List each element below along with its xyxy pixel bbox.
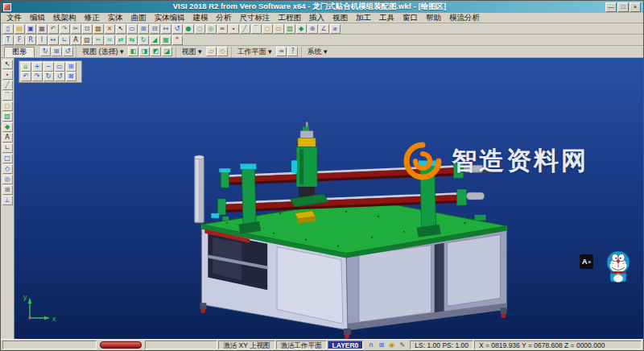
section-view-icon[interactable]: ◪ <box>162 47 172 56</box>
shaded-view-icon[interactable]: ● <box>184 24 194 34</box>
zoom-box-icon[interactable]: ▭ <box>55 62 65 72</box>
viewport[interactable]: ↖∙╱⌒○▧◆A∟□◇◎⊞⊥ ⌂+−▭⊞↶↷↻↺⊠ 智造资料网 x y Aa <box>1 58 643 339</box>
distance-icon[interactable]: ↔ <box>48 35 59 45</box>
menu-item[interactable]: 线架构 <box>49 13 80 23</box>
snap-center-icon[interactable]: ◎ <box>2 175 13 184</box>
mirror-icon[interactable]: ⇄ <box>116 35 126 45</box>
zoom-all-icon[interactable]: ⊞ <box>52 47 62 56</box>
point-icon[interactable]: ∙ <box>229 24 239 34</box>
filter-dimension-icon[interactable]: ∟ <box>2 143 13 153</box>
next-view-icon[interactable]: ↷ <box>32 72 43 81</box>
transparent-mode-icon[interactable]: ◩ <box>151 47 161 56</box>
open-file-icon[interactable]: ▤ <box>14 24 25 34</box>
front-view-icon[interactable]: F <box>14 35 25 45</box>
snap-perpendicular-icon[interactable]: ⊥ <box>2 196 13 205</box>
top-view-icon[interactable]: T <box>3 35 14 45</box>
fit-view-icon[interactable]: ⊠ <box>66 72 76 81</box>
filter-circle-icon[interactable]: ○ <box>2 101 13 111</box>
menu-item[interactable]: 建模 <box>189 13 213 23</box>
move-icon[interactable]: ⇆ <box>127 35 138 45</box>
rotate-icon[interactable]: ↻ <box>138 35 149 45</box>
menu-item[interactable]: 视图 <box>328 13 352 23</box>
snap-grid-icon[interactable]: ⊞ <box>2 185 13 195</box>
spin-view-icon[interactable]: ↺ <box>55 72 65 81</box>
filter-line-icon[interactable]: ╱ <box>2 81 13 90</box>
group-view-select[interactable]: 视图 (选择) ▾ <box>76 47 128 57</box>
wireframe-mode-icon[interactable]: ◨ <box>139 47 150 56</box>
zoom-out-icon[interactable]: − <box>43 62 54 72</box>
filter-arc-icon[interactable]: ⌒ <box>2 91 13 101</box>
wireframe-view-icon[interactable]: ○ <box>195 24 205 34</box>
zoom-fit-icon[interactable]: ⊞ <box>138 24 149 34</box>
snap-mid-icon[interactable]: ◇ <box>2 164 13 174</box>
snap-end-icon[interactable]: □ <box>2 154 13 163</box>
redraw-view-icon[interactable]: ↻ <box>43 72 54 81</box>
offset-icon[interactable]: ≈ <box>105 35 115 45</box>
right-view-icon[interactable]: R <box>26 35 36 45</box>
group-system[interactable]: 系统 ▾ <box>301 47 332 57</box>
dynamic-view-icon[interactable]: ↺ <box>63 47 73 56</box>
active-view-label[interactable]: 激活 XY 上视图 <box>218 341 275 349</box>
zoom-previous-icon[interactable]: ⊟ <box>150 24 160 34</box>
menu-item[interactable]: 编辑 <box>26 13 49 23</box>
line-icon[interactable]: ╱ <box>240 24 250 34</box>
machine-model[interactable] <box>1 58 643 339</box>
wcs-icon[interactable]: ⌂ <box>21 62 31 72</box>
boolean-icon[interactable]: ⊕ <box>308 24 318 34</box>
filter-surface-icon[interactable]: ▧ <box>2 112 13 122</box>
redo-icon[interactable]: ↷ <box>60 24 70 34</box>
array-icon[interactable]: ▦ <box>161 35 171 45</box>
workplane-icon[interactable]: ▱ <box>206 47 217 56</box>
menu-item[interactable]: 分析 <box>213 13 236 23</box>
active-workplane-label[interactable]: 激活工作平面 <box>276 341 327 349</box>
redraw-icon[interactable]: ↻ <box>40 47 51 56</box>
layer-indicator[interactable]: LAYER0 <box>328 341 364 349</box>
menu-item[interactable]: 窗口 <box>398 13 422 23</box>
save-icon[interactable]: ▣ <box>26 24 36 34</box>
menu-item[interactable]: 帮助 <box>422 13 445 23</box>
group-workplane[interactable]: 工作平面 ▾ <box>231 47 276 57</box>
iso-view-icon[interactable]: I <box>37 35 47 45</box>
menu-item[interactable]: 尺寸标注 <box>236 13 275 23</box>
menu-item[interactable]: 文件 <box>2 13 26 23</box>
menu-item[interactable]: 曲面 <box>127 13 151 23</box>
maximize-button[interactable]: □ <box>617 2 629 12</box>
zoom-in-icon[interactable]: + <box>32 62 43 72</box>
selection-arrow-icon[interactable]: ↖ <box>2 60 13 69</box>
layers-icon[interactable]: ≡ <box>217 24 228 34</box>
menu-item[interactable]: 模流分析 <box>445 13 484 23</box>
tab-graphics[interactable]: 图形 <box>4 47 35 57</box>
menu-item[interactable]: 实体编辑 <box>151 13 189 23</box>
menu-item[interactable]: 实体 <box>104 13 127 23</box>
stop-button[interactable] <box>100 341 142 349</box>
copy-icon[interactable]: ⊡ <box>82 24 93 34</box>
minimize-button[interactable]: — <box>605 2 617 12</box>
cut-icon[interactable]: ✂ <box>71 24 81 34</box>
zoom-extents-icon[interactable]: ⊞ <box>66 62 76 72</box>
rotate-view-icon[interactable]: ↺ <box>172 24 183 34</box>
solid-icon[interactable]: ◆ <box>296 24 307 34</box>
zoom-window-icon[interactable]: ▭ <box>127 24 138 34</box>
rectangle-icon[interactable]: ▭ <box>274 24 284 34</box>
layer-visibility-icon[interactable]: ◉ <box>387 341 397 349</box>
filter-solid-icon[interactable]: ◆ <box>2 122 13 132</box>
measure-icon[interactable]: ⌀ <box>330 24 341 34</box>
menu-item[interactable]: 工程图 <box>275 13 306 23</box>
shading-icon[interactable]: ◧ <box>128 47 138 56</box>
filter-text-icon[interactable]: A <box>2 133 13 142</box>
angle-dimension-icon[interactable]: ∟ <box>60 35 70 45</box>
pan-icon[interactable]: ↔ <box>161 24 171 34</box>
layer-edit-icon[interactable]: ✎ <box>398 341 407 349</box>
group-view[interactable]: 视图 ▾ <box>175 47 206 57</box>
arc-icon[interactable]: ⌒ <box>251 24 262 34</box>
snap-status-icon[interactable]: ∩ <box>366 341 376 349</box>
text-icon[interactable]: A <box>71 35 81 45</box>
scale-icon[interactable]: ◢ <box>150 35 160 45</box>
hidden-line-icon[interactable]: ◎ <box>206 24 217 34</box>
print-icon[interactable]: ▦ <box>37 24 47 34</box>
paste-icon[interactable]: ▩ <box>93 24 104 34</box>
menu-item[interactable]: 工具 <box>375 13 398 23</box>
surface-icon[interactable]: ▧ <box>285 24 295 34</box>
delete-icon[interactable]: × <box>105 24 115 34</box>
select-icon[interactable]: ↖ <box>116 24 126 34</box>
